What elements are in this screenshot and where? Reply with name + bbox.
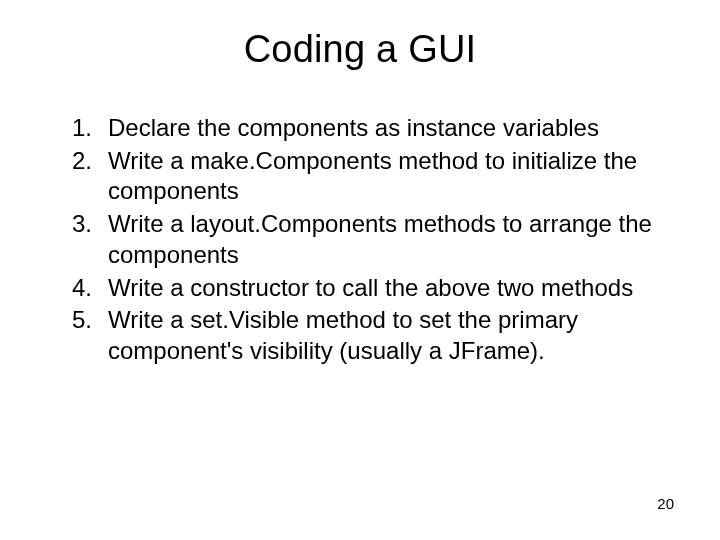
list-item: 5. Write a set.Visible method to set the…	[48, 305, 672, 366]
item-number: 5.	[48, 305, 108, 366]
slide: Coding a GUI 1. Declare the components a…	[0, 0, 720, 540]
list-item: 1. Declare the components as instance va…	[48, 113, 672, 144]
item-text: Declare the components as instance varia…	[108, 113, 672, 144]
item-text: Write a constructor to call the above tw…	[108, 273, 672, 304]
list-item: 2. Write a make.Components method to ini…	[48, 146, 672, 207]
list-item: 3. Write a layout.Components methods to …	[48, 209, 672, 270]
item-number: 3.	[48, 209, 108, 270]
page-number: 20	[657, 495, 674, 512]
item-text: Write a set.Visible method to set the pr…	[108, 305, 672, 366]
item-number: 4.	[48, 273, 108, 304]
numbered-list: 1. Declare the components as instance va…	[48, 113, 672, 367]
list-item: 4. Write a constructor to call the above…	[48, 273, 672, 304]
item-text: Write a layout.Components methods to arr…	[108, 209, 672, 270]
item-number: 2.	[48, 146, 108, 207]
item-text: Write a make.Components method to initia…	[108, 146, 672, 207]
slide-title: Coding a GUI	[48, 28, 672, 71]
item-number: 1.	[48, 113, 108, 144]
